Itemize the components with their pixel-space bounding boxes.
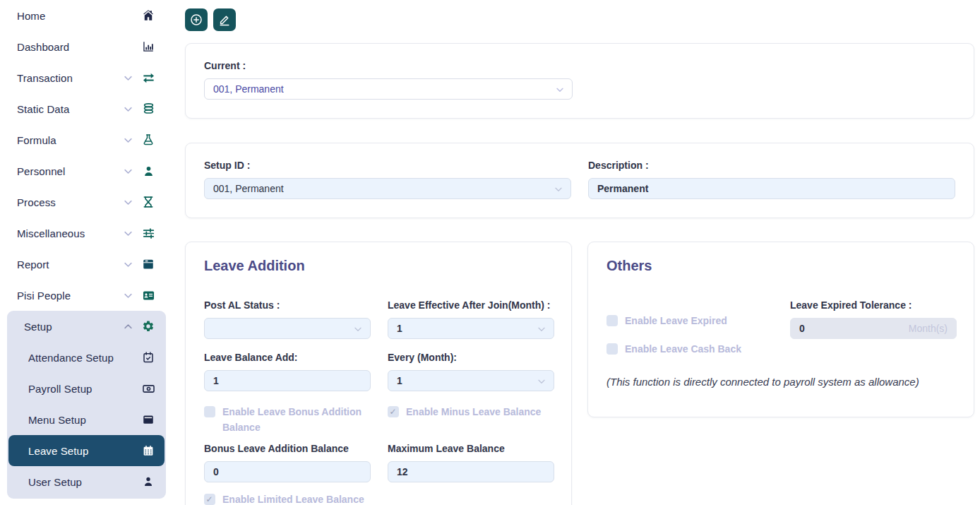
sidebar-item-transaction[interactable]: Transaction [0,62,166,93]
sidebar-item-formula[interactable]: Formula [0,124,166,155]
home-icon [141,9,155,22]
database-icon [141,102,155,116]
sidebar-item-label: Formula [17,134,123,146]
enable-limited-label: Enable Limited Leave Balance [222,492,364,505]
circle-plus-icon [189,13,203,27]
add-button[interactable] [185,8,208,31]
toolbar [185,8,974,31]
sidebar-item-user-setup[interactable]: User Setup [7,466,166,497]
current-select[interactable]: 001, Permanent [204,78,573,100]
main-content: Current : 001, Permanent Setup ID : 001,… [166,0,980,505]
flask-icon [141,133,155,146]
pencil-icon [217,13,232,27]
calendar-check-icon [141,351,155,364]
enable-limited-checkbox-row: Enable Limited Leave Balance [204,492,371,505]
sidebar-item-report[interactable]: Report [0,249,166,280]
leave-effective-label: Leave Effective After Join(Month) : [388,298,554,313]
enable-cashback-label: Enable Leave Cash Back [625,342,741,357]
leave-balance-add-input[interactable]: 1 [204,370,371,391]
leave-balance-add-label: Leave Balance Add: [204,350,371,365]
tolerance-suffix: Month(s) [909,323,948,334]
bar-chart-icon [141,40,155,53]
enable-expired-checkbox[interactable] [606,315,618,326]
sidebar-item-setup[interactable]: Setup [7,311,166,342]
post-al-status-label: Post AL Status : [204,298,371,313]
post-al-status-select[interactable] [204,318,371,339]
sidebar: Home Dashboard Transaction Static Data [0,0,166,505]
chevron-down-icon [123,259,133,270]
bonus-balance-input[interactable]: 0 [204,461,371,482]
chevron-down-icon [536,376,547,387]
sidebar-item-label: Attendance Setup [28,352,141,364]
gear-icon [141,320,155,333]
sidebar-setup-group: Setup Attendance Setup Payroll Setup [7,311,166,499]
chevron-down-icon [123,73,133,83]
sliders-icon [141,227,155,240]
person-icon [141,476,155,487]
sidebar-item-leave-setup[interactable]: Leave Setup [8,435,165,466]
others-panel: Others Enable Leave Expired Enable Leave… [587,242,974,417]
max-balance-label: Maximum Leave Balance [388,441,554,456]
sidebar-item-label: Home [17,10,141,22]
sidebar-item-payroll-setup[interactable]: Payroll Setup [7,373,166,404]
chevron-down-icon [123,135,133,145]
edit-button[interactable] [213,8,236,31]
description-input[interactable]: Permanent [588,178,955,199]
enable-minus-checkbox[interactable] [388,406,399,417]
enable-limited-checkbox[interactable] [204,494,215,505]
enable-cashback-checkbox[interactable] [606,343,618,355]
max-balance-input[interactable]: 12 [388,461,554,482]
sidebar-item-menu-setup[interactable]: Menu Setup [7,404,166,435]
sidebar-item-label: Pisi People [17,290,123,302]
tolerance-label: Leave Expired Tolerance : [790,298,957,313]
chevron-up-icon [123,321,133,332]
leave-effective-select[interactable]: 1 [388,318,554,339]
chevron-down-icon [352,323,364,335]
current-card: Current : 001, Permanent [185,43,974,119]
sidebar-item-home[interactable]: Home [0,0,166,31]
chevron-down-icon [553,184,564,195]
sidebar-item-label: Dashboard [17,41,141,53]
sidebar-item-process[interactable]: Process [0,186,166,218]
sidebar-item-pisi-people[interactable]: Pisi People [0,280,166,311]
sidebar-item-label: Static Data [17,103,123,115]
enable-bonus-label: Enable Leave Bonus Addition Balance [222,405,371,435]
transfer-arrows-icon [141,71,155,85]
current-label: Current : [204,59,955,73]
sidebar-item-label: Personnel [17,165,123,177]
window-icon [141,413,155,426]
description-label: Description : [588,158,955,173]
enable-bonus-checkbox-row: Enable Leave Bonus Addition Balance [204,405,371,435]
sidebar-item-miscellaneous[interactable]: Miscellaneous [0,218,166,249]
setup-id-card: Setup ID : 001, Permanent Description : … [185,143,974,218]
enable-expired-checkbox-row: Enable Leave Expired [606,314,773,329]
every-month-value: 1 [397,375,402,386]
sidebar-item-dashboard[interactable]: Dashboard [0,31,166,62]
sidebar-item-personnel[interactable]: Personnel [0,155,166,186]
setup-id-select-value: 001, Permanent [213,183,284,194]
chevron-down-icon [123,104,133,114]
sidebar-item-static-data[interactable]: Static Data [0,93,166,124]
enable-minus-label: Enable Minus Leave Balance [406,405,541,420]
app-root: Home Dashboard Transaction Static Data [0,0,980,505]
enable-bonus-checkbox[interactable] [204,406,215,417]
current-select-value: 001, Permanent [213,83,284,95]
every-month-select[interactable]: 1 [388,370,554,391]
enable-minus-checkbox-row: Enable Minus Leave Balance [388,405,554,435]
sidebar-item-label: Report [17,259,123,271]
setup-id-label: Setup ID : [204,158,571,173]
chevron-down-icon [123,166,133,177]
enable-expired-label: Enable Leave Expired [625,314,727,329]
others-title: Others [606,257,955,274]
id-card-icon [141,289,155,302]
sidebar-item-label: Process [17,196,123,208]
sidebar-item-label: Miscellaneous [17,227,123,239]
sidebar-item-attendance-setup[interactable]: Attendance Setup [7,342,166,373]
chevron-down-icon [123,228,133,239]
tolerance-input[interactable]: 0 Month(s) [790,318,957,339]
archive-box-icon [141,258,155,271]
setup-id-select[interactable]: 001, Permanent [204,178,571,199]
leave-effective-value: 1 [397,323,402,334]
bonus-balance-label: Bonus Leave Addition Balance [204,441,371,456]
chevron-down-icon [536,323,547,335]
